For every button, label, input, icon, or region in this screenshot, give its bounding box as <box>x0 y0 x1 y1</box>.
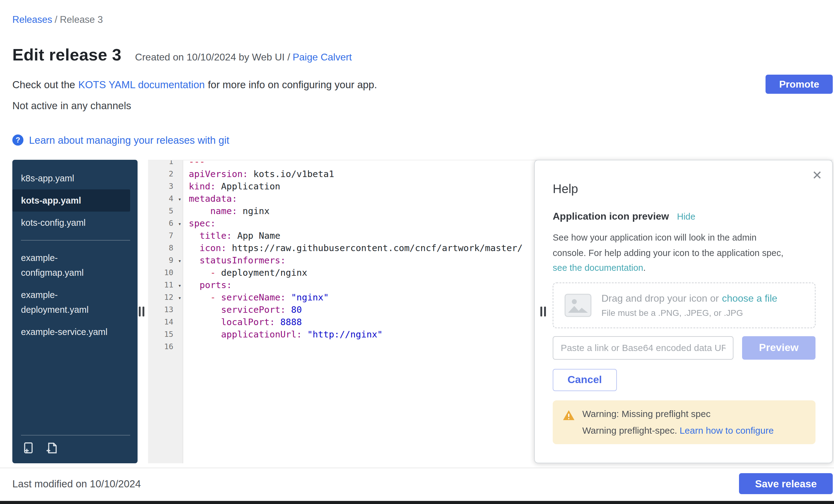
file-item-label: kots-app.yaml <box>21 193 81 208</box>
description-line1: See how your application icon will look … <box>553 233 756 242</box>
fold-toggle-icon[interactable]: ▾ <box>178 292 181 304</box>
line-number: 16 <box>148 341 183 353</box>
warning-icon <box>563 409 575 420</box>
file-item-label: k8s-app.yaml <box>21 171 74 186</box>
bottom-bar <box>0 501 834 504</box>
file-list: k8s-app.yamlkots-app.yamlkots-config.yam… <box>12 167 137 343</box>
docs-text-after: for more info on configuring your app. <box>208 79 377 90</box>
kots-yaml-docs-link[interactable]: KOTS YAML documentation <box>78 79 205 90</box>
fold-toggle-icon[interactable]: ▾ <box>178 218 181 230</box>
learn-row: ? Learn about managing your releases wit… <box>12 133 833 147</box>
file-item-kots-app-yaml[interactable]: kots-app.yaml <box>12 190 130 212</box>
breadcrumb-current: Release 3 <box>60 14 103 25</box>
docs-row: Check out theKOTS YAML documentationfor … <box>12 75 833 94</box>
icon-preview-description: See how your application icon will look … <box>553 230 815 276</box>
sidebar-resize-handle[interactable] <box>139 307 144 316</box>
file-group-divider <box>21 240 130 241</box>
code-text: apiVersion: kots.io/v1beta1 <box>183 168 334 180</box>
code-text: servicePort: 80 <box>183 304 302 316</box>
title-row: Edit release 3 Created on 10/10/2024 by … <box>12 44 833 65</box>
line-number: 14 <box>148 316 183 328</box>
code-text: --- <box>183 160 205 168</box>
line-number: 10 <box>148 266 183 279</box>
author-link[interactable]: Paige Calvert <box>293 52 352 62</box>
close-icon[interactable]: ✕ <box>812 169 822 181</box>
dropzone-hint: File must be a .PNG, .JPEG, or .JPG <box>601 307 777 318</box>
breadcrumb: Releases/Release 3 <box>12 14 833 25</box>
dropzone-text-block: Drag and drop your icon orchoose a file … <box>601 292 777 318</box>
fold-toggle-icon[interactable]: ▾ <box>178 280 181 292</box>
preview-button[interactable]: Preview <box>742 336 815 359</box>
icon-url-input[interactable] <box>553 336 733 359</box>
page-title: Edit release 3 <box>12 44 122 65</box>
help-panel-resize-handle[interactable] <box>540 307 546 316</box>
line-number: 1 <box>148 160 183 168</box>
line-number: 8 <box>148 242 183 254</box>
add-file-icon[interactable] <box>44 441 59 456</box>
file-item-example-configmap-yaml[interactable]: example-configmap.yaml <box>12 247 130 284</box>
line-number: 3 <box>148 180 183 193</box>
line-number: 12▾ <box>148 291 183 304</box>
preflight-warning-box: Warning: Missing preflight spec Warning … <box>553 400 815 444</box>
description-line2: console. For help adding your icon to th… <box>553 248 784 258</box>
breadcrumb-separator: / <box>54 14 57 25</box>
code-text: localPort: 8888 <box>183 316 302 328</box>
channel-status: Not active in any channels <box>12 99 833 112</box>
line-number: 11▾ <box>148 279 183 291</box>
docs-text-before: Check out the <box>12 79 75 90</box>
upload-file-icon[interactable] <box>21 441 36 456</box>
help-panel-title: Help <box>553 181 815 196</box>
code-text: spec: <box>183 217 216 229</box>
hide-link[interactable]: Hide <box>677 212 696 221</box>
docs-text: Check out theKOTS YAML documentationfor … <box>12 78 377 91</box>
workspace: k8s-app.yamlkots-app.yamlkots-config.yam… <box>12 160 833 463</box>
learn-git-link[interactable]: Learn about managing your releases with … <box>29 133 229 147</box>
footer: Last modified on 10/10/2024 Save release <box>0 467 834 494</box>
choose-file-link[interactable]: choose a file <box>722 293 777 304</box>
file-item-label: kots-config.yaml <box>21 215 86 230</box>
file-item-example-deployment-yaml[interactable]: example-deployment.yaml <box>12 284 130 321</box>
last-modified-text: Last modified on 10/10/2024 <box>12 478 141 489</box>
icon-preview-section-header: Application icon preview Hide <box>553 210 815 223</box>
promote-button[interactable]: Promote <box>766 75 833 94</box>
icon-dropzone[interactable]: Drag and drop your icon orchoose a file … <box>553 282 815 328</box>
warning-text: Warning preflight-spec. <box>582 425 677 435</box>
code-text: ports: <box>183 279 232 291</box>
file-item-label: example-deployment.yaml <box>21 287 115 317</box>
fold-toggle-icon[interactable]: ▾ <box>178 255 181 267</box>
image-placeholder-icon <box>565 293 592 317</box>
cancel-button[interactable]: Cancel <box>553 369 617 391</box>
line-number: 2 <box>148 168 183 180</box>
line-number: 7 <box>148 229 183 242</box>
line-number: 6▾ <box>148 217 183 229</box>
file-item-k8s-app-yaml[interactable]: k8s-app.yaml <box>12 167 130 190</box>
created-info: Created on 10/10/2024 by Web UI /Paige C… <box>135 52 352 63</box>
code-text: - serviceName: "nginx" <box>183 291 329 304</box>
save-release-button[interactable]: Save release <box>739 473 833 494</box>
see-documentation-link[interactable]: see the documentation <box>553 263 643 273</box>
breadcrumb-releases-link[interactable]: Releases <box>12 14 52 25</box>
line-number: 9▾ <box>148 254 183 266</box>
fold-toggle-icon[interactable]: ▾ <box>178 193 181 205</box>
warning-title: Warning: Missing preflight spec <box>582 408 774 419</box>
created-text: Created on 10/10/2024 by Web UI / <box>135 52 290 62</box>
code-text: applicationUrl: "http://nginx" <box>183 328 383 341</box>
file-item-label: example-configmap.yaml <box>21 250 115 280</box>
line-number: 13 <box>148 304 183 316</box>
icon-preview-title: Application icon preview <box>553 210 669 223</box>
dropzone-text: Drag and drop your icon or <box>601 293 719 304</box>
question-icon: ? <box>12 134 23 146</box>
line-number: 4▾ <box>148 193 183 205</box>
file-item-example-service-yaml[interactable]: example-service.yaml <box>12 321 130 343</box>
code-text: - deployment/nginx <box>183 266 307 279</box>
sidebar-footer <box>21 435 130 463</box>
code-text <box>183 341 189 353</box>
icon-url-row: Preview <box>553 336 815 359</box>
code-text: title: App Name <box>183 229 280 242</box>
code-text: name: nginx <box>183 205 269 217</box>
description-period: . <box>643 263 645 273</box>
file-item-kots-config-yaml[interactable]: kots-config.yaml <box>12 212 130 234</box>
learn-how-to-configure-link[interactable]: Learn how to configure <box>679 425 773 435</box>
help-panel: ✕ Help Application icon preview Hide See… <box>534 160 833 463</box>
code-text: kind: Application <box>183 180 280 193</box>
